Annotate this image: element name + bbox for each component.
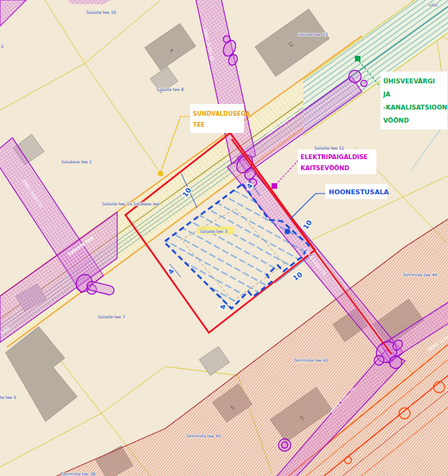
parcel-label-saluste7: Saluste tee 7 xyxy=(98,314,125,319)
sundvaldus-label-box xyxy=(190,104,244,133)
parcel-label-saluste1a: Saluste tee 1a Salukese tee xyxy=(102,201,160,206)
parcel-label-saluste13: Saluste tee 13 xyxy=(298,32,327,37)
map-canvas[interactable]: 13 8 40 42 xyxy=(0,0,448,476)
sundvaldus-label-line2: TEE xyxy=(193,121,205,128)
parcel-label-saluste8: Saluste tee 8 xyxy=(156,87,184,92)
dot-elekter xyxy=(272,183,277,189)
parcel-label-tammiste44: Tammiste tee 44 xyxy=(402,272,437,277)
dim-4-south: 4 xyxy=(219,304,227,309)
parcel-label-salukese1: Salukese tee 1 xyxy=(61,159,92,164)
elekter-label-line2: KAITSEVÖÖND xyxy=(301,165,349,172)
hoonestus-label-line1: HOONESTUSALA xyxy=(329,188,389,196)
parcel-label-tammiste42: Tammiste tee 42 xyxy=(293,358,328,362)
uvk-label-line2: JA xyxy=(383,91,390,98)
dot-uvk xyxy=(355,56,360,61)
uvk-label-line4: VÖÖND xyxy=(383,117,409,124)
uvk-label-line1: ÜHISVEEVÄRGI xyxy=(383,78,435,85)
elekter-label-line1: ELEKTRIPAIGALDISE xyxy=(301,154,368,161)
parcel-label-tammiste40: Tammiste tee 40 xyxy=(185,433,221,438)
parcel-label-saluste3: Saluste tee 3 xyxy=(200,229,227,234)
parcel-label-saluste5: Saluste tee 5 xyxy=(0,395,17,400)
parcel-label-lust: Lüst xyxy=(429,2,438,7)
parcel-label-saluste10: Saluste tee 10 xyxy=(86,10,116,14)
parcel-label-saluste11: Saluste tee 11 xyxy=(314,145,344,150)
dot-hoonestus xyxy=(285,229,290,234)
dot-sundvaldus xyxy=(158,171,163,176)
uvk-label-line3: -KANALISATSIOONI xyxy=(383,104,448,111)
parcel-label-edge3: 3 xyxy=(1,44,3,49)
parcel-label-tammiste38: Tammiste tee 38 xyxy=(60,471,95,476)
sundvaldus-label-line1: SUNDVALDUSEGA xyxy=(193,110,250,117)
